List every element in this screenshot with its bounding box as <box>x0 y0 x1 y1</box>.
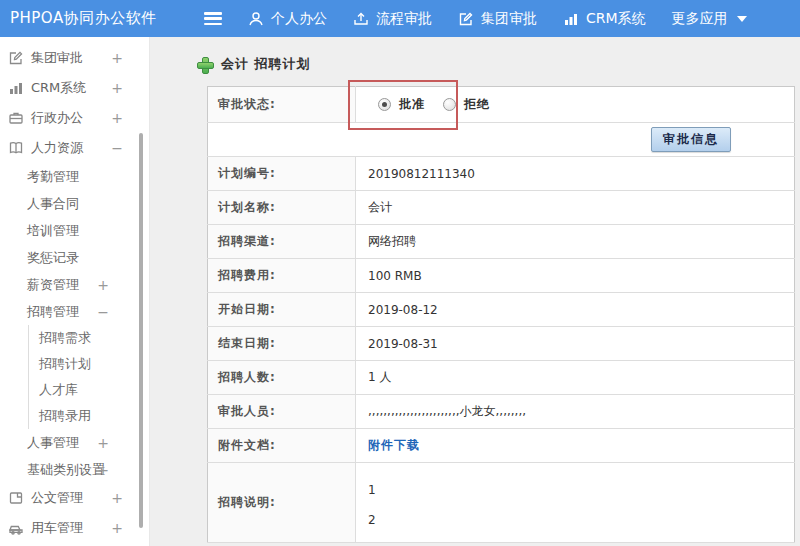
row-start-date: 开始日期: 2019-08-12 <box>208 293 795 327</box>
row-attachment: 附件文档: 附件下载 <box>208 429 795 463</box>
hamburger-icon[interactable] <box>204 12 222 25</box>
app-topbar: PHPOA协同办公软件 个人办公 流程审批 集团审批 CRM系统 更多应用 <box>0 0 800 37</box>
flow-approval-icon <box>353 11 369 27</box>
nav-item-more-apps[interactable]: 更多应用 <box>672 10 747 28</box>
sidebar-item-vehicle-mgmt[interactable]: 用车管理 + <box>0 513 149 543</box>
field-label: 计划编号: <box>208 157 356 191</box>
edit-icon <box>458 11 474 27</box>
book-icon <box>8 140 24 156</box>
detail-form-table: 审批状态: 批准 拒绝 审批信息 <box>207 86 795 543</box>
sidebar-item-training[interactable]: 培训管理 <box>0 217 149 244</box>
field-label: 计划名称: <box>208 191 356 225</box>
row-description: 招聘说明: 1 2 <box>208 463 795 543</box>
document-icon <box>8 490 24 506</box>
field-label: 审批人员: <box>208 395 356 429</box>
minus-icon[interactable]: − <box>97 305 109 319</box>
app-brand: PHPOA协同办公软件 <box>0 9 190 28</box>
plus-icon[interactable]: + <box>111 521 123 535</box>
attachment-download-link[interactable]: 附件下载 <box>368 438 420 452</box>
briefcase-icon <box>8 110 24 126</box>
field-label: 招聘说明: <box>208 463 356 543</box>
plus-icon[interactable]: + <box>111 81 123 95</box>
field-value: ,,,,,,,,,,,,,,,,,,,,,,,,小龙女,,,,,,,, <box>356 395 795 429</box>
field-value: 2019-08-12 <box>356 293 795 327</box>
row-plan-name: 计划名称: 会计 <box>208 191 795 225</box>
field-value: 会计 <box>356 191 795 225</box>
bar-chart-icon <box>563 11 579 27</box>
row-recruit-channel: 招聘渠道: 网络招聘 <box>208 225 795 259</box>
field-value: 2019-08-31 <box>356 327 795 361</box>
field-value: 网络招聘 <box>356 225 795 259</box>
sidebar-item-recruit-hire[interactable]: 招聘录用 <box>28 403 149 429</box>
nav-item-personal-office[interactable]: 个人办公 <box>248 10 327 28</box>
nav-item-crm[interactable]: CRM系统 <box>563 10 646 28</box>
edit-icon <box>8 50 24 66</box>
sidebar-item-base-category[interactable]: 基础类别设置 + <box>0 456 149 483</box>
approve-info-button[interactable]: 审批信息 <box>651 127 731 152</box>
plus-icon[interactable]: + <box>97 463 109 477</box>
radio-approve-label[interactable]: 批准 <box>399 96 425 113</box>
field-label: 附件文档: <box>208 429 356 463</box>
row-end-date: 结束日期: 2019-08-31 <box>208 327 795 361</box>
main-content: 会计 招聘计划 审批状态: 批准 拒绝 <box>150 37 800 546</box>
detail-panel: 审批状态: 批准 拒绝 审批信息 <box>207 86 795 543</box>
field-label: 招聘渠道: <box>208 225 356 259</box>
sidebar-item-talent-pool[interactable]: 人才库 <box>28 377 149 403</box>
bar-chart-icon <box>8 80 24 96</box>
description-line: 2 <box>368 505 794 535</box>
sidebar-scrollbar[interactable] <box>139 133 143 528</box>
person-icon <box>248 11 264 27</box>
approval-radio-group: 批准 拒绝 <box>368 96 794 113</box>
nav-item-group-approval[interactable]: 集团审批 <box>458 10 537 28</box>
field-label: 结束日期: <box>208 327 356 361</box>
add-icon <box>197 57 212 72</box>
row-plan-number: 计划编号: 20190812111340 <box>208 157 795 191</box>
sidebar-item-recruit-mgmt[interactable]: 招聘管理 − <box>0 298 149 325</box>
caret-down-icon <box>737 16 747 22</box>
row-approval-status: 审批状态: 批准 拒绝 <box>208 87 795 123</box>
sidebar-item-hr-contract[interactable]: 人事合同 <box>0 190 149 217</box>
row-headcount: 招聘人数: 1 人 <box>208 361 795 395</box>
row-approvers: 审批人员: ,,,,,,,,,,,,,,,,,,,,,,,,小龙女,,,,,,,… <box>208 395 795 429</box>
sidebar-item-hr[interactable]: 人力资源 − <box>0 133 149 163</box>
field-value: 1 人 <box>356 361 795 395</box>
radio-approve[interactable] <box>378 98 391 111</box>
sidebar-item-admin-office[interactable]: 行政办公 + <box>0 103 149 133</box>
row-recruit-cost: 招聘费用: 100 RMB <box>208 259 795 293</box>
minus-icon[interactable]: − <box>111 141 123 155</box>
radio-reject-label[interactable]: 拒绝 <box>464 96 490 113</box>
sidebar-item-group-approval[interactable]: 集团审批 + <box>0 43 149 73</box>
field-label: 审批状态: <box>208 87 356 123</box>
field-label: 招聘人数: <box>208 361 356 395</box>
sidebar-item-recruit-plan[interactable]: 招聘计划 <box>28 351 149 377</box>
sidebar-item-salary[interactable]: 薪资管理 + <box>0 271 149 298</box>
radio-reject[interactable] <box>443 98 456 111</box>
top-navigation: 个人办公 流程审批 集团审批 CRM系统 更多应用 <box>248 10 773 28</box>
plus-icon[interactable]: + <box>97 278 109 292</box>
nav-item-workflow-approval[interactable]: 流程审批 <box>353 10 432 28</box>
field-value: 100 RMB <box>356 259 795 293</box>
sidebar-item-personnel-mgmt[interactable]: 人事管理 + <box>0 429 149 456</box>
sidebar-item-recruit-demand[interactable]: 招聘需求 <box>28 325 149 351</box>
plus-icon[interactable]: + <box>111 111 123 125</box>
plus-icon[interactable]: + <box>97 436 109 450</box>
sidebar-item-crm[interactable]: CRM系统 + <box>0 73 149 103</box>
car-icon <box>8 520 24 536</box>
page-title: 会计 招聘计划 <box>197 55 800 73</box>
description-line: 1 <box>368 463 794 505</box>
sidebar: 集团审批 + CRM系统 + 行政办公 + 人力资源 − 考勤管理 人事合同 培… <box>0 37 150 546</box>
sidebar-item-attendance[interactable]: 考勤管理 <box>0 163 149 190</box>
field-label: 招聘费用: <box>208 259 356 293</box>
sidebar-item-document-mgmt[interactable]: 公文管理 + <box>0 483 149 513</box>
field-value: 20190812111340 <box>356 157 795 191</box>
sidebar-item-rewards[interactable]: 奖惩记录 <box>0 244 149 271</box>
row-approve-button: 审批信息 <box>208 123 795 157</box>
field-label: 开始日期: <box>208 293 356 327</box>
plus-icon[interactable]: + <box>111 51 123 65</box>
plus-icon[interactable]: + <box>111 491 123 505</box>
